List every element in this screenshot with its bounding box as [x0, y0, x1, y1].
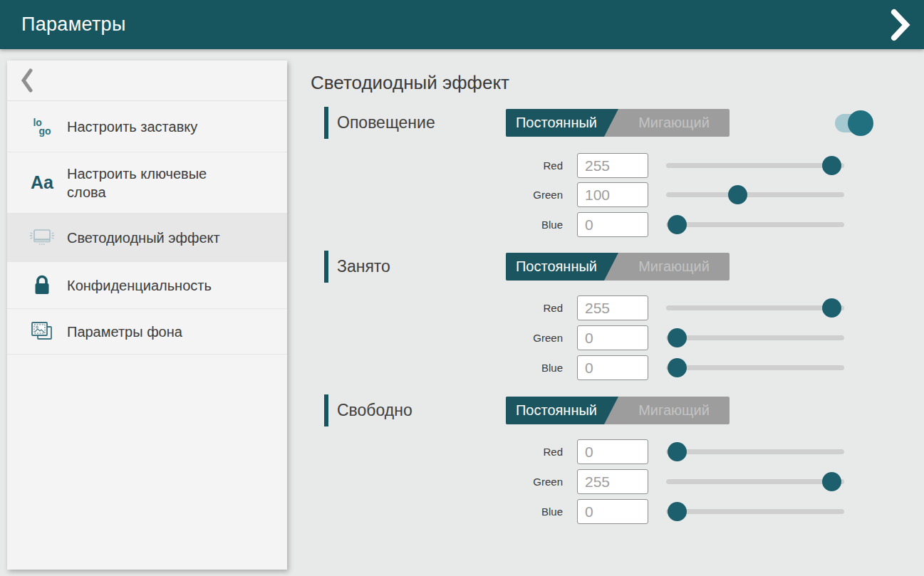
red-slider[interactable]	[666, 153, 844, 178]
blue-slider[interactable]	[666, 499, 844, 524]
green-value-input[interactable]	[577, 325, 648, 350]
mode-constant-button[interactable]: Постоянный	[506, 109, 618, 137]
blue-label: Blue	[492, 355, 563, 380]
switch-knob	[848, 110, 873, 136]
slider-track	[666, 305, 844, 310]
slider-thumb[interactable]	[822, 472, 841, 491]
sidebar-item-background[interactable]: Параметры фона	[7, 309, 287, 355]
slider-thumb[interactable]	[668, 358, 687, 377]
slider-track	[666, 449, 844, 454]
section-name-busy: Занято	[337, 251, 390, 283]
slider-thumb[interactable]	[728, 185, 747, 204]
section-accent-bar	[324, 394, 328, 426]
green-slider[interactable]	[666, 469, 844, 494]
red-slider[interactable]	[666, 439, 844, 464]
sidebar-item-label: Настроить ключевые слова	[67, 164, 232, 201]
slider-thumb[interactable]	[668, 215, 687, 234]
blue-value-input[interactable]	[577, 212, 648, 237]
section-name-alert: Оповещение	[337, 107, 435, 139]
slider-track	[666, 479, 844, 484]
red-value-input[interactable]	[577, 295, 648, 320]
blue-slider[interactable]	[666, 355, 844, 380]
slider-track	[666, 222, 844, 227]
mode-toggle-free: Мигающий Постоянный	[506, 397, 730, 424]
blue-label: Blue	[492, 212, 563, 237]
section-name-free: Свободно	[337, 394, 412, 426]
sidebar-item-label: Светодиодный эффект	[67, 229, 220, 247]
mode-toggle-alert: Мигающий Постоянный	[506, 109, 730, 137]
app-header: Параметры	[0, 0, 924, 49]
red-value-input[interactable]	[577, 439, 648, 464]
green-value-input[interactable]	[577, 469, 648, 494]
green-label: Green	[492, 469, 563, 494]
slider-thumb[interactable]	[668, 328, 687, 347]
mode-constant-button[interactable]: Постоянный	[506, 397, 618, 424]
blue-value-input[interactable]	[577, 355, 648, 380]
settings-sidebar: logo Настроить заставку Aa Настроить клю…	[7, 61, 287, 570]
mode-blinking-button[interactable]: Мигающий	[618, 253, 730, 281]
slider-track	[666, 365, 844, 370]
lock-icon	[27, 274, 57, 297]
logo-icon: logo	[27, 118, 57, 135]
slider-thumb[interactable]	[668, 442, 687, 461]
background-images-icon	[27, 320, 57, 343]
sidebar-item-label: Конфиденциальность	[67, 276, 212, 295]
slider-track	[666, 192, 844, 197]
section-title: Светодиодный эффект	[311, 72, 509, 94]
mode-toggle-busy: Мигающий Постоянный	[506, 253, 730, 281]
slider-track	[666, 509, 844, 514]
mode-blinking-button[interactable]: Мигающий	[618, 109, 730, 137]
slider-track	[666, 335, 844, 340]
slider-track	[666, 163, 844, 168]
page-title: Параметры	[21, 14, 126, 36]
sidebar-item-privacy[interactable]: Конфиденциальность	[7, 262, 287, 309]
red-label: Red	[492, 153, 563, 178]
blue-slider[interactable]	[666, 212, 844, 237]
mode-blinking-button[interactable]: Мигающий	[618, 397, 730, 424]
back-chevron-icon	[21, 68, 33, 93]
alert-enable-switch[interactable]	[835, 110, 873, 136]
red-value-input[interactable]	[577, 153, 648, 178]
section-accent-bar	[324, 251, 328, 283]
green-value-input[interactable]	[577, 182, 648, 207]
sidebar-item-screensaver[interactable]: logo Настроить заставку	[7, 101, 287, 152]
red-label: Red	[492, 439, 563, 464]
slider-thumb[interactable]	[822, 156, 841, 175]
red-slider[interactable]	[666, 295, 844, 320]
red-label: Red	[492, 295, 563, 320]
blue-label: Blue	[492, 499, 563, 524]
green-label: Green	[492, 182, 563, 207]
forward-chevron-icon[interactable]	[890, 9, 911, 41]
sidebar-item-led-effect[interactable]: Светодиодный эффект	[7, 214, 287, 262]
sidebar-item-label: Параметры фона	[67, 323, 182, 341]
blue-value-input[interactable]	[577, 499, 648, 524]
sidebar-item-keywords[interactable]: Aa Настроить ключевые слова	[7, 152, 287, 214]
sidebar-back-button[interactable]	[7, 61, 287, 101]
font-icon: Aa	[27, 172, 57, 193]
green-label: Green	[492, 325, 563, 350]
green-slider[interactable]	[666, 325, 844, 350]
mode-constant-button[interactable]: Постоянный	[506, 253, 618, 281]
led-display-icon	[27, 227, 57, 248]
green-slider[interactable]	[666, 182, 844, 207]
section-accent-bar	[324, 107, 328, 139]
slider-thumb[interactable]	[822, 298, 841, 318]
sidebar-item-label: Настроить заставку	[67, 117, 197, 136]
slider-thumb[interactable]	[668, 502, 687, 521]
